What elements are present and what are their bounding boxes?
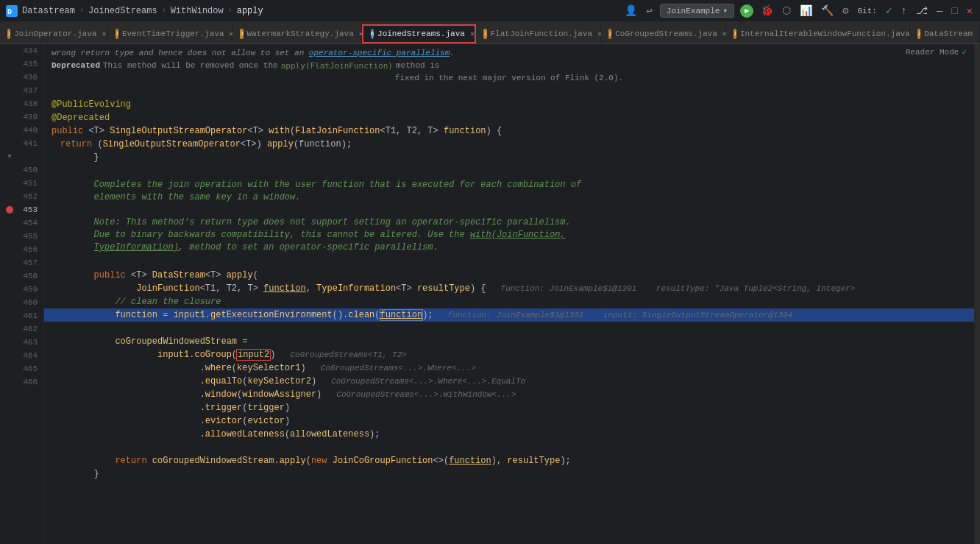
annotation-public-evolving: @PublicEvolving	[52, 99, 131, 110]
coverage-icon[interactable]: ⬡	[781, 3, 792, 18]
line-number-455: 455	[17, 232, 38, 241]
method-apply-450: apply	[227, 270, 253, 280]
code-editor[interactable]: Reader Mode ✓ wrong return type and henc…	[44, 44, 974, 544]
breadcrumb-joinedstreams[interactable]: JoinedStreams	[88, 6, 157, 16]
comment-clean-closure: // clean the closure	[115, 297, 221, 307]
type-flatjoinfunction: FlatJoinFunction	[295, 126, 380, 136]
java-file-icon: J	[240, 29, 243, 39]
hint-line453: function: JoinExample$1@1301 input1: Sin…	[448, 311, 793, 319]
java-file-icon: J	[7, 29, 10, 39]
maximize-icon[interactable]: □	[950, 4, 959, 18]
tab-joinoperator[interactable]: J JoinOperator.java ✕	[0, 24, 108, 43]
tab-watermarkstrategy[interactable]: J WatermarkStrategy.java ✕	[232, 24, 361, 43]
line-number-466: 466	[17, 378, 38, 386]
gutter-row-460: 460	[0, 296, 43, 309]
bracket-input2: input2	[237, 350, 270, 360]
code-line-440	[44, 164, 974, 177]
javadoc-fixed-line: fixed in the next major version of Flink…	[52, 72, 967, 85]
hint-line451: function: JoinExample$1@1301 resultType:…	[501, 284, 856, 293]
tab-flatjoinfunction[interactable]: J FlatJoinFunction.java ✕	[476, 24, 601, 43]
gutter-row-435: 435	[0, 57, 43, 71]
annotation-deprecated: @Deprecated	[52, 113, 110, 123]
method-equalto: equalTo	[205, 376, 242, 386]
code-line-449	[44, 255, 974, 269]
tab-joinedstreams[interactable]: m JoinedStreams.java ✕	[362, 24, 476, 43]
line-number-452: 452	[17, 192, 38, 201]
hint-where: CoGroupedStreams<...>.Where<...>	[321, 364, 476, 372]
line-number-438: 438	[17, 99, 38, 108]
git-check-icon[interactable]: ✓	[884, 3, 893, 18]
method-evictor: evictor	[205, 416, 242, 426]
reader-mode-button[interactable]: Reader Mode ✓	[906, 47, 967, 57]
fold-icon-javadoc[interactable]: ▼	[5, 152, 14, 161]
tab-close-icon[interactable]: ✕	[470, 29, 475, 38]
vertical-scrollbar[interactable]	[974, 44, 980, 544]
javadoc-binary: Due to binary backwards compatibility, t…	[52, 229, 967, 241]
hint-window: CoGroupedStreams<...>.WithWindow<...>	[336, 390, 516, 399]
gutter-row-450: 450	[0, 163, 43, 177]
tab-label: JoinedStreams.java	[377, 29, 465, 38]
gutter-row-434: 434	[0, 44, 43, 57]
tab-eventtimetrigger[interactable]: J EventTimeTrigger.java ✕	[108, 24, 233, 43]
javadoc-note: Note: This method's return type does not…	[52, 216, 967, 229]
javadoc-line-wrong-return: wrong return type and hence does not all…	[52, 47, 967, 60]
tab-label: FlatJoinFunction.java	[491, 29, 593, 38]
line-number-459: 459	[17, 285, 38, 294]
tab-datastream[interactable]: J DataStream	[910, 24, 980, 43]
run-button[interactable]: ▶	[740, 4, 753, 18]
javadoc-deprecated-line: Deprecated This method will be removed o…	[52, 60, 967, 72]
tab-label: WatermarkStrategy.java	[247, 29, 354, 38]
tab-label: EventTimeTrigger.java	[122, 29, 224, 38]
breadcrumb-datastream[interactable]: Datastream	[22, 6, 75, 16]
line-number-458: 458	[17, 272, 38, 280]
java-file-icon: J	[917, 29, 920, 39]
gutter-row-464: 464	[0, 349, 43, 362]
app-logo-icon: D	[6, 5, 18, 17]
code-line-434	[44, 85, 974, 98]
debug-icon[interactable]: 🐞	[759, 3, 775, 18]
minimize-icon[interactable]: —	[935, 4, 944, 18]
tab-cogroupedstreams[interactable]: J CoGroupedStreams.java ✕	[601, 24, 726, 43]
build-icon[interactable]: 🔨	[820, 3, 835, 18]
javadoc-empty	[52, 204, 967, 216]
breakpoint-icon-453[interactable]	[5, 205, 14, 214]
code-line-435: @PublicEvolving	[44, 98, 974, 111]
reader-mode-label: Reader Mode	[906, 48, 959, 57]
line-number-464: 464	[17, 351, 38, 360]
git-branch-icon[interactable]: ⎇	[915, 3, 929, 18]
line-number-439: 439	[17, 113, 38, 121]
line-number-456: 456	[17, 245, 38, 254]
method-with: with	[269, 126, 290, 136]
svg-text:D: D	[7, 8, 12, 16]
gutter-row-462: 462	[0, 322, 43, 336]
line-number-460: 460	[17, 298, 38, 307]
run-config-dropdown[interactable]: JoinExample ▾	[660, 4, 734, 18]
gutter-row-440: 440	[0, 124, 43, 137]
fold-icon-434[interactable]	[5, 46, 14, 55]
fold-icon-450[interactable]	[5, 166, 14, 174]
breadcrumb-withwindow[interactable]: WithWindow	[171, 6, 224, 16]
tab-internaliterablewindowfunction[interactable]: J InternalIterableWindowFunction.java ✕	[726, 24, 910, 43]
chevron-down-icon: ▾	[722, 6, 728, 15]
config-name: JoinExample	[667, 7, 720, 15]
hint-equalto: CoGroupedStreams<...>.Where<...>.EqualTo	[331, 377, 525, 386]
breadcrumb-apply[interactable]: apply	[237, 6, 263, 16]
gutter-row-465: 465	[0, 362, 43, 375]
method-clean: clean	[348, 310, 374, 320]
line-number-436: 436	[17, 73, 38, 82]
fold-icon-437[interactable]	[5, 86, 14, 95]
line-gutter: 434 435 436 437 438 439 440 441 ▼ 4	[0, 44, 44, 544]
gutter-row-453: 453	[0, 203, 43, 216]
navigation-icon[interactable]: ↩	[645, 3, 653, 18]
user-icon[interactable]: 👤	[623, 3, 639, 18]
reader-mode-check-icon: ✓	[962, 47, 967, 57]
code-line-463	[44, 441, 974, 454]
settings-icon[interactable]: ⚙	[841, 3, 850, 18]
javadoc-typeinfo: TypeInformation), method to set an opera…	[52, 241, 967, 254]
git-up-icon[interactable]: ↑	[899, 4, 908, 18]
method-allowedlateness: allowedLateness	[205, 429, 285, 439]
tab-close-icon[interactable]: ✕	[102, 29, 106, 38]
close-icon[interactable]: ✕	[965, 3, 974, 18]
java-file-icon: J	[608, 29, 611, 39]
profile-icon[interactable]: 📊	[798, 3, 814, 18]
